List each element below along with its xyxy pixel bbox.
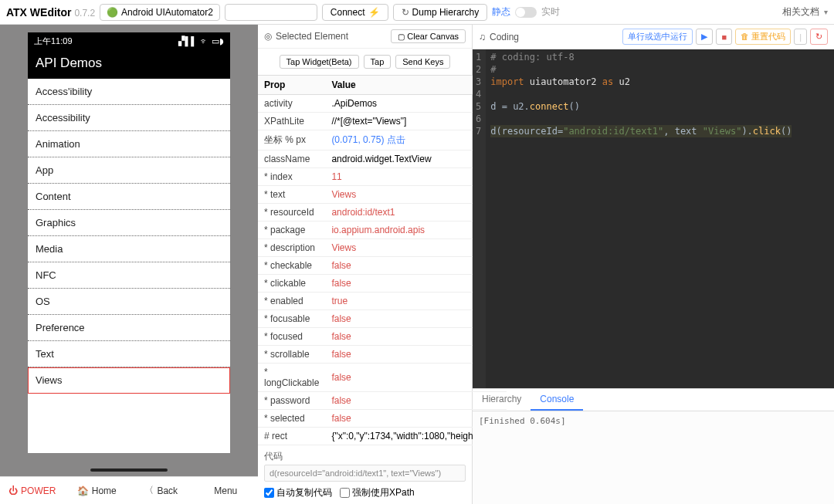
table-row: XPathLite//*[@text="Views"]: [258, 113, 507, 130]
table-row: activity.ApiDemos: [258, 95, 507, 113]
c7a: d(resourceId: [490, 126, 558, 137]
phone-screen[interactable]: 上午11:09 ▞▌▌ ᯤ ▭◗ API Demos Access'ibilit…: [28, 32, 230, 453]
c7f: ).: [741, 126, 752, 137]
prop-key: * resourceId: [258, 204, 325, 222]
c7g: click: [753, 126, 781, 137]
tab-hierarchy[interactable]: Hierarchy: [473, 389, 531, 411]
autocopy-label: 自动复制代码: [276, 486, 332, 499]
console-output: [Finished 0.604s]: [473, 411, 834, 504]
list-item[interactable]: Preference: [28, 315, 230, 341]
device-input[interactable]: [225, 4, 317, 21]
code-label: 代码: [258, 445, 472, 465]
list-item[interactable]: App: [28, 157, 230, 184]
autocopy-input[interactable]: [264, 488, 274, 498]
brand-version: 0.7.2: [74, 8, 95, 19]
tab-console[interactable]: Console: [531, 389, 583, 411]
wifi-icon: ᯤ: [200, 36, 208, 46]
device-hw-buttons: ⏻ POWER 🏠 Home 〈 Back Menu: [0, 476, 258, 504]
code-snippet[interactable]: d(resourceId="android:id/text1", text="V…: [264, 465, 466, 482]
chevron-down-icon[interactable]: ▾: [824, 8, 828, 16]
tap-widget-button[interactable]: Tap Widget(Beta): [280, 55, 359, 69]
android-icon: 🟢: [107, 7, 118, 18]
run-selected-button[interactable]: 单行或选中运行: [622, 29, 693, 45]
list-item[interactable]: Accessibility: [28, 105, 230, 131]
app-list: Access'ibilityAccessibilityAnimationAppC…: [28, 79, 230, 453]
reset-code-label: 重置代码: [751, 32, 785, 41]
c7d: , text: [663, 126, 703, 137]
list-item[interactable]: Access'ibility: [28, 79, 230, 105]
col-prop: Prop: [258, 76, 325, 95]
plug-icon: ⚡: [368, 7, 380, 18]
c3a: import: [490, 76, 524, 87]
power-icon: ⏻: [8, 485, 18, 496]
back-button[interactable]: 〈 Back: [129, 477, 194, 504]
c5c: u2.: [513, 101, 530, 112]
props-table: Prop Value activity.ApiDemosXPathLite//*…: [258, 75, 507, 445]
list-item[interactable]: NFC: [28, 262, 230, 289]
prop-key: * scrollable: [258, 346, 325, 364]
autocopy-checkbox[interactable]: 自动复制代码: [264, 486, 332, 499]
table-row: * longClickablefalse: [258, 364, 507, 392]
clear-canvas-button[interactable]: ▢ Clear Canvas: [391, 29, 466, 43]
prop-key: * selected: [258, 410, 325, 428]
mode-static-label: 静态: [492, 5, 510, 19]
signal-icon: ▞▌▌: [178, 36, 197, 46]
power-button[interactable]: ⏻ POWER: [0, 477, 65, 504]
reload-button[interactable]: ↻: [810, 29, 828, 45]
list-item[interactable]: Animation: [28, 131, 230, 157]
gutter: 1234567: [473, 49, 486, 388]
stop-button[interactable]: ■: [716, 29, 732, 45]
send-keys-button[interactable]: Send Keys: [395, 55, 450, 69]
force-xpath-input[interactable]: [340, 488, 350, 498]
status-bar: 上午11:09 ▞▌▌ ᯤ ▭◗: [28, 32, 230, 49]
brand: ATX WEditor 0.7.2: [6, 6, 95, 19]
c7c: "android:id/text1": [563, 126, 663, 137]
table-row: * passwordfalse: [258, 392, 507, 410]
back-icon: 〈: [144, 484, 154, 497]
platform-select[interactable]: 🟢 Android UIAutomator2: [100, 4, 220, 21]
refresh-icon: ↻: [402, 7, 409, 18]
tap-button[interactable]: Tap: [364, 55, 392, 69]
code-l2: #: [490, 64, 496, 75]
brand-atx: ATX: [6, 6, 27, 19]
mode-switch[interactable]: [515, 7, 537, 18]
prop-key: # rect: [258, 428, 325, 445]
reset-code-button[interactable]: 🗑 重置代码: [735, 29, 791, 45]
platform-label: Android UIAutomator2: [121, 7, 213, 18]
list-item[interactable]: Views: [28, 367, 230, 394]
prop-key: * password: [258, 392, 325, 410]
list-item[interactable]: OS: [28, 289, 230, 315]
force-xpath-checkbox[interactable]: 强制使用XPath: [340, 486, 415, 499]
list-item[interactable]: Content: [28, 184, 230, 210]
table-row: * descriptionViews: [258, 239, 507, 257]
table-row: * enabledtrue: [258, 293, 507, 310]
list-item[interactable]: Graphics: [28, 210, 230, 236]
target-icon: ◎: [264, 31, 272, 42]
c3d: u2: [613, 76, 630, 87]
code-editor[interactable]: 1234567 # coding: utf-8 # import uiautom…: [473, 49, 834, 388]
run-button[interactable]: ▶: [696, 29, 713, 45]
mode-live-label: 实时: [541, 5, 560, 19]
code-lines[interactable]: # coding: utf-8 # import uiautomator2 as…: [486, 49, 796, 388]
connect-button[interactable]: Connect ⚡: [322, 4, 388, 21]
table-row: * checkablefalse: [258, 257, 507, 275]
prop-key: * checkable: [258, 257, 325, 275]
menu-button[interactable]: Menu: [194, 477, 259, 504]
dump-hierarchy-button[interactable]: ↻ Dump Hierarchy: [393, 4, 488, 21]
table-row: 坐标 % px(0.071, 0.75) 点击: [258, 130, 507, 151]
coding-title: Coding: [490, 32, 519, 42]
prop-key: * description: [258, 239, 325, 257]
table-row: * index11: [258, 168, 507, 186]
prop-key: * focused: [258, 328, 325, 346]
c5a: d: [490, 101, 501, 112]
music-icon: ♫: [479, 32, 486, 42]
list-item[interactable]: Text: [28, 341, 230, 367]
table-row: * textViews: [258, 186, 507, 204]
prop-key: * enabled: [258, 293, 325, 310]
force-xpath-label: 强制使用XPath: [352, 486, 415, 499]
trash-icon: ▢: [398, 32, 405, 41]
divider-button: |: [794, 29, 807, 45]
docs-link[interactable]: 相关文档: [782, 5, 819, 19]
list-item[interactable]: Media: [28, 236, 230, 262]
home-button[interactable]: 🏠 Home: [65, 477, 130, 504]
